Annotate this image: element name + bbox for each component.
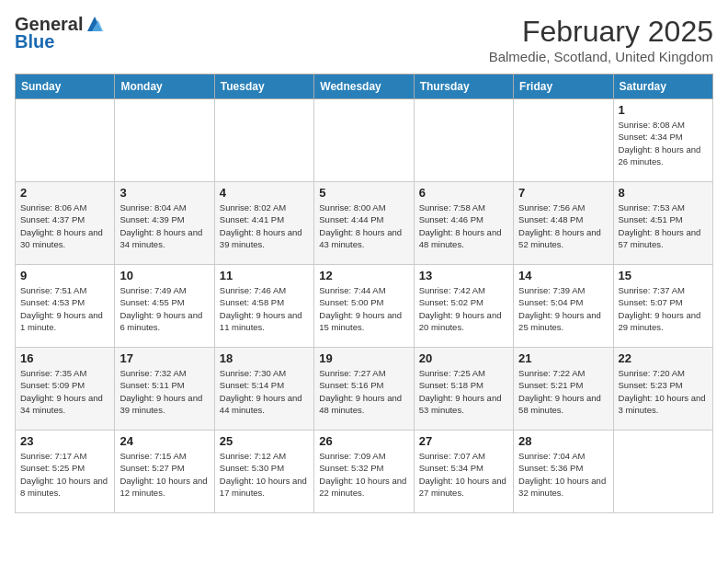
day-info: Sunrise: 7:44 AM Sunset: 5:00 PM Dayligh… <box>319 284 408 333</box>
logo-blue-text: Blue <box>15 31 54 52</box>
calendar-cell: 3Sunrise: 8:04 AM Sunset: 4:39 PM Daylig… <box>115 182 214 265</box>
calendar-cell: 26Sunrise: 7:09 AM Sunset: 5:32 PM Dayli… <box>314 431 414 513</box>
day-info: Sunrise: 7:58 AM Sunset: 4:46 PM Dayligh… <box>419 201 508 250</box>
calendar-cell: 16Sunrise: 7:35 AM Sunset: 5:09 PM Dayli… <box>16 348 115 431</box>
calendar-cell <box>115 99 214 182</box>
calendar-week-row: 1Sunrise: 8:08 AM Sunset: 4:34 PM Daylig… <box>16 99 713 182</box>
calendar-cell: 13Sunrise: 7:42 AM Sunset: 5:02 PM Dayli… <box>414 265 513 348</box>
day-number: 20 <box>419 351 508 365</box>
day-info: Sunrise: 7:09 AM Sunset: 5:32 PM Dayligh… <box>319 450 408 499</box>
calendar-cell: 5Sunrise: 8:00 AM Sunset: 4:44 PM Daylig… <box>314 182 414 265</box>
calendar-cell: 8Sunrise: 7:53 AM Sunset: 4:51 PM Daylig… <box>613 182 712 265</box>
column-header-wednesday: Wednesday <box>314 75 414 99</box>
day-number: 9 <box>20 269 109 282</box>
day-info: Sunrise: 8:02 AM Sunset: 4:41 PM Dayligh… <box>220 201 309 250</box>
day-number: 22 <box>619 351 708 365</box>
day-number: 19 <box>319 351 408 365</box>
logo-general-text: General <box>15 15 83 33</box>
day-info: Sunrise: 8:04 AM Sunset: 4:39 PM Dayligh… <box>119 201 209 250</box>
calendar-cell: 10Sunrise: 7:49 AM Sunset: 4:55 PM Dayli… <box>115 265 214 348</box>
column-header-tuesday: Tuesday <box>214 75 313 99</box>
day-info: Sunrise: 8:08 AM Sunset: 4:34 PM Dayligh… <box>619 119 708 167</box>
day-number: 17 <box>119 351 209 365</box>
calendar-cell: 2Sunrise: 8:06 AM Sunset: 4:37 PM Daylig… <box>16 182 115 265</box>
calendar-cell: 11Sunrise: 7:46 AM Sunset: 4:58 PM Dayli… <box>214 265 313 348</box>
location-title: Balmedie, Scotland, United Kingdom <box>489 49 713 64</box>
day-number: 13 <box>419 269 508 282</box>
column-header-monday: Monday <box>115 75 214 99</box>
day-number: 4 <box>220 186 309 200</box>
calendar-cell: 28Sunrise: 7:04 AM Sunset: 5:36 PM Dayli… <box>514 431 613 513</box>
calendar-cell: 20Sunrise: 7:25 AM Sunset: 5:18 PM Dayli… <box>414 348 513 431</box>
calendar-week-row: 9Sunrise: 7:51 AM Sunset: 4:53 PM Daylig… <box>16 265 713 348</box>
day-number: 24 <box>119 434 209 448</box>
calendar-cell: 25Sunrise: 7:12 AM Sunset: 5:30 PM Dayli… <box>214 431 313 513</box>
day-info: Sunrise: 7:17 AM Sunset: 5:25 PM Dayligh… <box>20 450 109 499</box>
calendar-cell: 22Sunrise: 7:20 AM Sunset: 5:23 PM Dayli… <box>613 348 712 431</box>
column-header-friday: Friday <box>514 75 613 99</box>
day-number: 10 <box>119 269 209 282</box>
day-info: Sunrise: 7:32 AM Sunset: 5:11 PM Dayligh… <box>119 367 209 416</box>
calendar-cell: 14Sunrise: 7:39 AM Sunset: 5:04 PM Dayli… <box>514 265 613 348</box>
month-title: February 2025 <box>489 15 713 49</box>
day-number: 28 <box>518 434 608 448</box>
calendar-cell: 6Sunrise: 7:58 AM Sunset: 4:46 PM Daylig… <box>414 182 513 265</box>
calendar-week-row: 16Sunrise: 7:35 AM Sunset: 5:09 PM Dayli… <box>16 348 713 431</box>
calendar-header-row: SundayMondayTuesdayWednesdayThursdayFrid… <box>16 75 713 99</box>
day-number: 8 <box>619 186 708 200</box>
day-number: 18 <box>220 351 309 365</box>
calendar-week-row: 2Sunrise: 8:06 AM Sunset: 4:37 PM Daylig… <box>16 182 713 265</box>
page-header: General Blue February 2025 Balmedie, Sco… <box>15 15 713 64</box>
calendar-table: SundayMondayTuesdayWednesdayThursdayFrid… <box>15 74 713 513</box>
day-number: 16 <box>20 351 109 365</box>
day-info: Sunrise: 7:22 AM Sunset: 5:21 PM Dayligh… <box>518 367 608 416</box>
day-number: 21 <box>518 351 608 365</box>
day-number: 1 <box>619 103 708 117</box>
calendar-cell: 7Sunrise: 7:56 AM Sunset: 4:48 PM Daylig… <box>514 182 613 265</box>
calendar-cell <box>613 431 712 513</box>
calendar-cell: 4Sunrise: 8:02 AM Sunset: 4:41 PM Daylig… <box>214 182 313 265</box>
calendar-cell: 17Sunrise: 7:32 AM Sunset: 5:11 PM Dayli… <box>115 348 214 431</box>
calendar-cell: 24Sunrise: 7:15 AM Sunset: 5:27 PM Dayli… <box>115 431 214 513</box>
calendar-cell: 1Sunrise: 8:08 AM Sunset: 4:34 PM Daylig… <box>613 99 712 182</box>
calendar-week-row: 23Sunrise: 7:17 AM Sunset: 5:25 PM Dayli… <box>16 431 713 513</box>
calendar-cell: 12Sunrise: 7:44 AM Sunset: 5:00 PM Dayli… <box>314 265 414 348</box>
day-number: 3 <box>119 186 209 200</box>
calendar-cell: 9Sunrise: 7:51 AM Sunset: 4:53 PM Daylig… <box>16 265 115 348</box>
day-info: Sunrise: 7:42 AM Sunset: 5:02 PM Dayligh… <box>419 284 508 333</box>
logo: General Blue <box>15 15 105 52</box>
day-number: 2 <box>20 186 109 200</box>
day-number: 25 <box>220 434 309 448</box>
calendar-cell <box>514 99 613 182</box>
day-info: Sunrise: 7:53 AM Sunset: 4:51 PM Dayligh… <box>619 201 708 250</box>
day-info: Sunrise: 8:00 AM Sunset: 4:44 PM Dayligh… <box>319 201 408 250</box>
day-number: 26 <box>319 434 408 448</box>
day-number: 23 <box>20 434 109 448</box>
calendar-cell <box>414 99 513 182</box>
day-info: Sunrise: 7:04 AM Sunset: 5:36 PM Dayligh… <box>518 450 608 499</box>
calendar-cell: 23Sunrise: 7:17 AM Sunset: 5:25 PM Dayli… <box>16 431 115 513</box>
day-number: 27 <box>419 434 508 448</box>
calendar-cell: 15Sunrise: 7:37 AM Sunset: 5:07 PM Dayli… <box>613 265 712 348</box>
day-info: Sunrise: 7:56 AM Sunset: 4:48 PM Dayligh… <box>518 201 608 250</box>
calendar-cell <box>214 99 313 182</box>
calendar-cell: 27Sunrise: 7:07 AM Sunset: 5:34 PM Dayli… <box>414 431 513 513</box>
day-info: Sunrise: 7:15 AM Sunset: 5:27 PM Dayligh… <box>119 450 209 499</box>
day-number: 11 <box>220 269 309 282</box>
column-header-saturday: Saturday <box>613 75 712 99</box>
day-info: Sunrise: 7:07 AM Sunset: 5:34 PM Dayligh… <box>419 450 508 499</box>
day-number: 12 <box>319 269 408 282</box>
day-info: Sunrise: 7:25 AM Sunset: 5:18 PM Dayligh… <box>419 367 508 416</box>
day-info: Sunrise: 7:30 AM Sunset: 5:14 PM Dayligh… <box>220 367 309 416</box>
title-block: February 2025 Balmedie, Scotland, United… <box>489 15 713 64</box>
column-header-sunday: Sunday <box>16 75 115 99</box>
day-info: Sunrise: 8:06 AM Sunset: 4:37 PM Dayligh… <box>20 201 109 250</box>
day-number: 7 <box>518 186 608 200</box>
column-header-thursday: Thursday <box>414 75 513 99</box>
day-info: Sunrise: 7:39 AM Sunset: 5:04 PM Dayligh… <box>518 284 608 333</box>
calendar-cell <box>314 99 414 182</box>
day-info: Sunrise: 7:49 AM Sunset: 4:55 PM Dayligh… <box>119 284 209 333</box>
day-info: Sunrise: 7:46 AM Sunset: 4:58 PM Dayligh… <box>220 284 309 333</box>
day-info: Sunrise: 7:20 AM Sunset: 5:23 PM Dayligh… <box>619 367 708 416</box>
day-number: 6 <box>419 186 508 200</box>
